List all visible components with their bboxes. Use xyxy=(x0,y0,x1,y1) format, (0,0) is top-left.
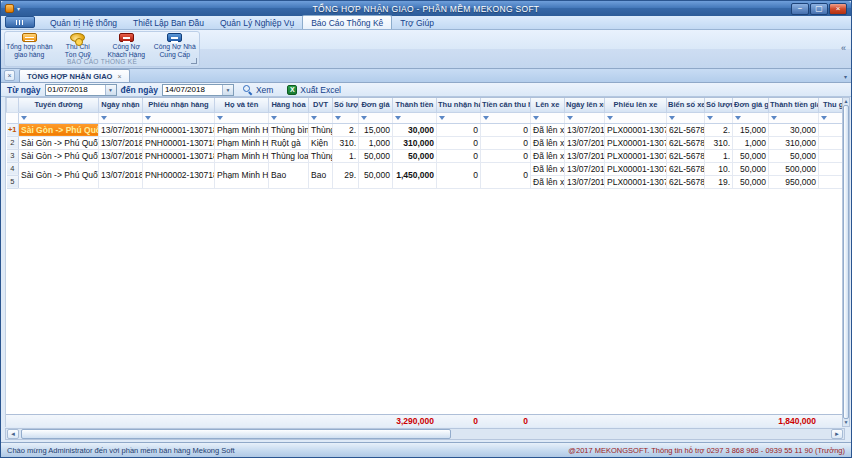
grid-cell[interactable]: 0 xyxy=(437,149,481,162)
row-indicator[interactable]: 5 xyxy=(7,175,19,188)
column-header[interactable]: Họ và tên xyxy=(215,98,269,112)
grid-cell[interactable]: 310,000 xyxy=(769,136,819,149)
filter-cell[interactable] xyxy=(733,112,769,123)
grid-cell[interactable]: Phạm Minh Hải xyxy=(215,136,269,149)
column-header[interactable]: Phiếu lên xe xyxy=(605,98,667,112)
row-indicator[interactable]: 2 xyxy=(7,136,19,149)
grid-cell[interactable]: 62L-56789 xyxy=(667,162,705,175)
horizontal-scrollbar[interactable]: ◄ ► xyxy=(5,428,845,440)
grid-cell[interactable]: 0 xyxy=(437,162,481,188)
row-indicator[interactable]: 4 xyxy=(7,162,19,175)
grid-cell[interactable]: Sài Gòn -> Phú Quốc xyxy=(19,162,99,188)
column-header[interactable]: Thu nhận hàng xyxy=(437,98,481,112)
to-date-value[interactable]: 14/07/2018 xyxy=(163,85,222,95)
column-header[interactable]: Biển số xe xyxy=(667,98,705,112)
grid-cell[interactable]: PLX00001-130718 xyxy=(605,149,667,162)
close-button[interactable]: × xyxy=(829,3,847,15)
scroll-left-icon[interactable]: ◄ xyxy=(7,429,19,439)
grid-cell[interactable]: 2. xyxy=(705,123,733,136)
grid-cell[interactable]: 15,000 xyxy=(733,123,769,136)
grid-cell[interactable]: 13/07/2018 xyxy=(565,162,605,175)
grid-cell[interactable]: PNH00001-130718 xyxy=(143,149,215,162)
grid-cell[interactable]: 0 xyxy=(481,123,531,136)
grid-cell[interactable]: 50,000 xyxy=(359,162,393,188)
tong-hop-nhan-giao-button[interactable]: Tổng hợp nhận giao hàng xyxy=(5,32,54,59)
grid-cell[interactable]: 62L-56789 xyxy=(667,175,705,188)
minimize-button[interactable]: − xyxy=(791,3,809,15)
dialog-launcher-icon[interactable] xyxy=(191,58,197,64)
grid-cell[interactable]: Phạm Minh Hải xyxy=(215,162,269,188)
grid-cell[interactable]: 0 xyxy=(481,136,531,149)
grid-cell[interactable]: 50,000 xyxy=(733,149,769,162)
grid-cell[interactable]: 30,000 xyxy=(393,123,437,136)
filter-cell[interactable] xyxy=(309,112,333,123)
grid-cell[interactable]: Kiện xyxy=(309,136,333,149)
thu-chi-ton-quy-button[interactable]: Thu Chi Tồn Quỹ xyxy=(54,32,103,59)
grid-cell[interactable]: 1. xyxy=(333,149,359,162)
grid-cell[interactable]: 0 xyxy=(481,162,531,188)
tab-close-icon[interactable]: × xyxy=(117,73,121,80)
from-date-field[interactable]: 01/07/2018 ▼ xyxy=(45,84,117,96)
tab-bao-cao-thong-ke[interactable]: Báo Cáo Thống Kê xyxy=(302,15,392,29)
filter-cell[interactable] xyxy=(143,112,215,123)
grid-cell[interactable]: 19. xyxy=(705,175,733,188)
document-close-button[interactable]: × xyxy=(4,70,15,81)
grid-cell[interactable]: 13/07/2018 xyxy=(99,149,143,162)
grid-cell[interactable]: 13/07/2018 xyxy=(99,123,143,136)
row-indicator[interactable]: 3 xyxy=(7,149,19,162)
grid-cell[interactable]: 1. xyxy=(705,149,733,162)
scroll-up-icon[interactable]: ▲ xyxy=(844,99,849,104)
grid-cell[interactable]: PLX00001-130718 xyxy=(605,175,667,188)
grid-cell[interactable]: 2. xyxy=(333,123,359,136)
column-header[interactable]: Hàng hóa xyxy=(269,98,309,112)
grid-cell[interactable]: 50,000 xyxy=(733,175,769,188)
export-excel-button[interactable]: X Xuất Excel xyxy=(282,83,346,96)
filter-cell[interactable] xyxy=(19,112,99,123)
filter-cell[interactable] xyxy=(565,112,605,123)
filter-cell[interactable] xyxy=(333,112,359,123)
grid-cell[interactable]: PNH00001-130718 xyxy=(143,123,215,136)
column-header[interactable]: Đơn giá xyxy=(359,98,393,112)
column-header[interactable]: Ngày lên xe xyxy=(565,98,605,112)
grid-cell[interactable]: PLX00001-130718 xyxy=(605,123,667,136)
horizontal-scroll-thumb[interactable] xyxy=(21,429,451,439)
column-header[interactable]: Phiếu nhận hàng xyxy=(143,98,215,112)
grid-cell[interactable]: 15,000 xyxy=(359,123,393,136)
filter-cell[interactable] xyxy=(393,112,437,123)
filter-cell[interactable] xyxy=(215,112,269,123)
grid-cell[interactable]: 62L-56789 xyxy=(667,123,705,136)
grid-cell[interactable]: 500,000 xyxy=(769,162,819,175)
filter-cell[interactable] xyxy=(99,112,143,123)
quick-access-dropdown-icon[interactable]: ▾ xyxy=(17,6,20,12)
grid-cell[interactable]: PLX00001-130718 xyxy=(605,136,667,149)
tab-quan-tri-he-thong[interactable]: Quản trị Hệ thống xyxy=(42,16,125,29)
grid-cell[interactable]: Sài Gòn -> Phú Quốc xyxy=(19,149,99,162)
grid-cell[interactable]: 50,000 xyxy=(393,149,437,162)
filter-cell[interactable] xyxy=(605,112,667,123)
grid-cell[interactable]: 0 xyxy=(481,149,531,162)
grid-cell[interactable]: Đã lên xe xyxy=(531,149,565,162)
grid-cell[interactable]: Bao xyxy=(269,162,309,188)
grid-cell[interactable]: 310. xyxy=(705,136,733,149)
filter-cell[interactable] xyxy=(769,112,819,123)
column-header[interactable]: Số lượng giao xyxy=(705,98,733,112)
cong-no-nha-cung-cap-button[interactable]: Công Nợ Nhà Cung Cấp xyxy=(151,32,200,59)
grid-cell[interactable]: 310,000 xyxy=(393,136,437,149)
column-header[interactable]: Lên xe xyxy=(531,98,565,112)
grid-cell[interactable]: 0 xyxy=(437,123,481,136)
grid-cell[interactable]: 50,000 xyxy=(733,162,769,175)
column-header[interactable]: Thành tiền xyxy=(393,98,437,112)
tab-thiet-lap-ban-dau[interactable]: Thiết Lập Ban Đầu xyxy=(125,16,212,29)
tab-tro-giup[interactable]: Trợ Giúp xyxy=(392,16,442,29)
filter-cell[interactable] xyxy=(437,112,481,123)
grid-cell[interactable]: Ruột gà xyxy=(269,136,309,149)
grid-corner[interactable] xyxy=(7,98,19,112)
grid-cell[interactable]: PNH00001-130718 xyxy=(143,136,215,149)
grid-cell[interactable]: Sài Gòn -> Phú Quốc xyxy=(19,123,99,136)
document-tab-tong-hop-nhan-giao[interactable]: TỔNG HỢP NHẬN GIAO × xyxy=(19,69,130,82)
grid-cell[interactable]: Bao xyxy=(309,162,333,188)
grid-cell[interactable]: Phạm Minh Hải xyxy=(215,123,269,136)
grid-cell[interactable]: 0 xyxy=(437,136,481,149)
view-button[interactable]: Xem xyxy=(238,83,278,96)
grid-cell[interactable]: 13/07/2018 xyxy=(99,136,143,149)
